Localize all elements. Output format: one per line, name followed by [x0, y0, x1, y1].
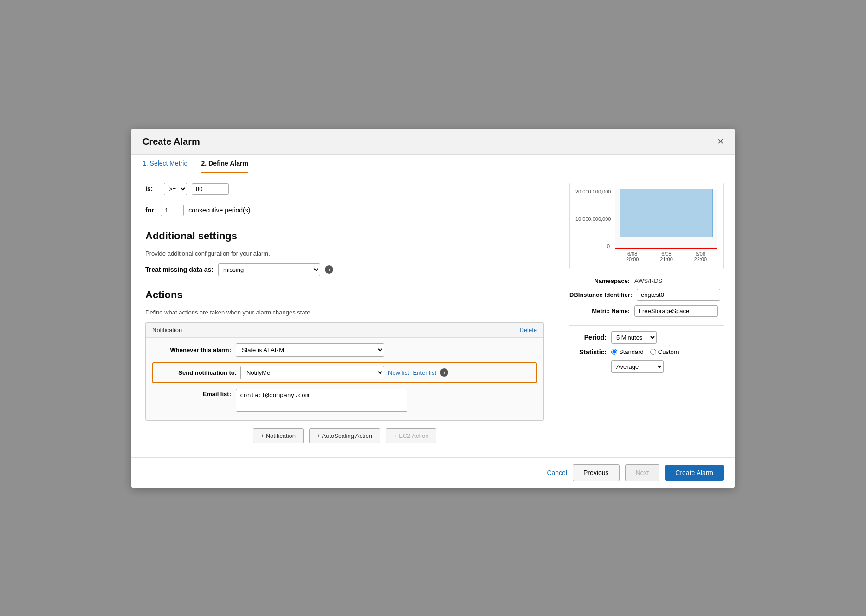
y-label-mid: 10,000,000,000	[575, 216, 610, 222]
send-to-label: Send notification to:	[158, 369, 237, 376]
dbinstance-input[interactable]	[637, 289, 720, 301]
operator-select[interactable]: >= > <= < =	[164, 183, 187, 195]
chart-plot	[615, 189, 717, 249]
close-button[interactable]: ×	[717, 136, 724, 147]
delete-link[interactable]: Delete	[519, 327, 537, 334]
notification-header: Notification Delete	[146, 323, 543, 338]
add-notification-button[interactable]: + Notification	[253, 428, 304, 443]
threshold-for-row: for: consecutive period(s)	[145, 205, 544, 216]
chart-x-labels: 6/08 20:00 6/08 21:00 6/08 22:00	[615, 249, 717, 263]
standard-radio-option: Standard	[611, 348, 644, 355]
cancel-button[interactable]: Cancel	[547, 469, 567, 476]
modal-header: Create Alarm ×	[131, 129, 735, 155]
previous-button[interactable]: Previous	[573, 464, 619, 481]
chart-bar	[620, 189, 713, 237]
new-list-link[interactable]: New list	[388, 369, 409, 376]
threshold-is-row: is: >= > <= < =	[145, 183, 544, 195]
treat-missing-select[interactable]: missing breaching notBreaching ignore	[218, 263, 320, 276]
send-notification-row: Send notification to: NotifyMe New list …	[152, 362, 537, 383]
namespace-value: AWS/RDS	[634, 277, 662, 284]
custom-label: Custom	[658, 348, 679, 355]
y-label-top: 20,000,000,000	[575, 189, 610, 194]
email-row: Email list:	[152, 389, 537, 412]
notification-body: Whenever this alarm: State is ALARM Stat…	[146, 338, 543, 420]
add-ec2-button[interactable]: + EC2 Action	[386, 428, 437, 443]
whenever-label: Whenever this alarm:	[152, 346, 231, 353]
send-to-select[interactable]: NotifyMe	[240, 366, 384, 379]
for-label: for:	[145, 206, 156, 214]
actions-desc: Define what actions are taken when your …	[145, 309, 544, 316]
metric-name-input[interactable]	[634, 305, 718, 317]
additional-settings-desc: Provide additional configuration for you…	[145, 250, 544, 257]
statistic-row: Statistic: Standard Custom	[569, 348, 724, 356]
create-alarm-modal: Create Alarm × 1. Select Metric 2. Defin…	[131, 129, 735, 488]
y-label-bottom: 0	[575, 244, 610, 249]
metric-name-label: Metric Name:	[569, 308, 630, 314]
notification-box: Notification Delete Whenever this alarm:…	[145, 322, 544, 421]
dbinstance-row: DBInstance-Identifier:	[569, 289, 724, 301]
is-label: is:	[145, 185, 159, 192]
namespace-label: Namespace:	[569, 277, 630, 284]
avg-select-row: Average Sum Minimum Maximum SampleCount	[611, 360, 724, 373]
additional-settings-heading: Additional settings	[145, 230, 544, 242]
periods-suffix: consecutive period(s)	[188, 206, 250, 214]
threshold-value-input[interactable]	[192, 183, 229, 195]
modal-overlay: Create Alarm × 1. Select Metric 2. Defin…	[0, 0, 866, 616]
additional-settings-divider	[145, 244, 544, 244]
period-row: Period: 5 Minutes 1 Minute 15 Minutes	[569, 331, 724, 344]
statistic-label: Statistic:	[569, 348, 607, 356]
statistic-radio-group: Standard Custom	[611, 348, 679, 355]
notification-label: Notification	[152, 327, 182, 334]
modal-body: is: >= > <= < = for: consecutive period(…	[131, 173, 735, 457]
treat-missing-label: Treat missing data as:	[145, 266, 213, 273]
metadata-divider	[569, 325, 724, 326]
enter-list-link[interactable]: Enter list	[413, 369, 437, 376]
create-alarm-button[interactable]: Create Alarm	[665, 465, 724, 481]
email-textarea[interactable]	[236, 389, 407, 412]
modal-footer: Cancel Previous Next Create Alarm	[131, 457, 735, 488]
treat-missing-info-icon[interactable]: i	[325, 265, 333, 274]
notification-info-icon[interactable]: i	[440, 368, 448, 377]
metric-name-row: Metric Name:	[569, 305, 724, 317]
chart-container: 20,000,000,000 10,000,000,000 0 6/08 20:…	[569, 183, 724, 269]
periods-input[interactable]	[161, 205, 184, 216]
action-buttons-row: + Notification + AutoScaling Action + EC…	[145, 428, 544, 443]
whenever-row: Whenever this alarm: State is ALARM Stat…	[152, 343, 537, 357]
custom-radio[interactable]	[650, 349, 656, 355]
add-autoscaling-button[interactable]: + AutoScaling Action	[309, 428, 380, 443]
metadata-table: Namespace: AWS/RDS DBInstance-Identifier…	[569, 277, 724, 317]
chart-y-labels: 20,000,000,000 10,000,000,000 0	[575, 189, 613, 249]
namespace-row: Namespace: AWS/RDS	[569, 277, 724, 284]
standard-radio[interactable]	[611, 349, 617, 355]
tab-select-metric[interactable]: 1. Select Metric	[142, 160, 187, 173]
tabs-row: 1. Select Metric 2. Define Alarm	[131, 155, 735, 173]
period-select[interactable]: 5 Minutes 1 Minute 15 Minutes	[611, 331, 657, 344]
left-panel: is: >= > <= < = for: consecutive period(…	[131, 173, 558, 457]
custom-radio-option: Custom	[650, 348, 679, 355]
x-label-1: 6/08 21:00	[660, 251, 673, 262]
actions-heading: Actions	[145, 289, 544, 301]
whenever-select[interactable]: State is ALARM State is OK State is INSU…	[236, 343, 384, 357]
email-list-label: Email list:	[152, 389, 231, 398]
next-button[interactable]: Next	[625, 464, 660, 481]
standard-label: Standard	[619, 348, 644, 355]
x-label-0: 6/08 20:00	[626, 251, 639, 262]
dbinstance-label: DBInstance-Identifier:	[569, 291, 632, 298]
x-label-2: 6/08 22:00	[694, 251, 707, 262]
actions-divider	[145, 303, 544, 303]
period-label: Period:	[569, 334, 607, 341]
chart-area: 20,000,000,000 10,000,000,000 0 6/08 20:…	[575, 189, 717, 263]
right-panel: 20,000,000,000 10,000,000,000 0 6/08 20:…	[558, 173, 735, 457]
modal-title: Create Alarm	[142, 136, 200, 147]
tab-define-alarm[interactable]: 2. Define Alarm	[201, 160, 248, 173]
treat-missing-row: Treat missing data as: missing breaching…	[145, 263, 544, 276]
average-select[interactable]: Average Sum Minimum Maximum SampleCount	[611, 360, 664, 373]
